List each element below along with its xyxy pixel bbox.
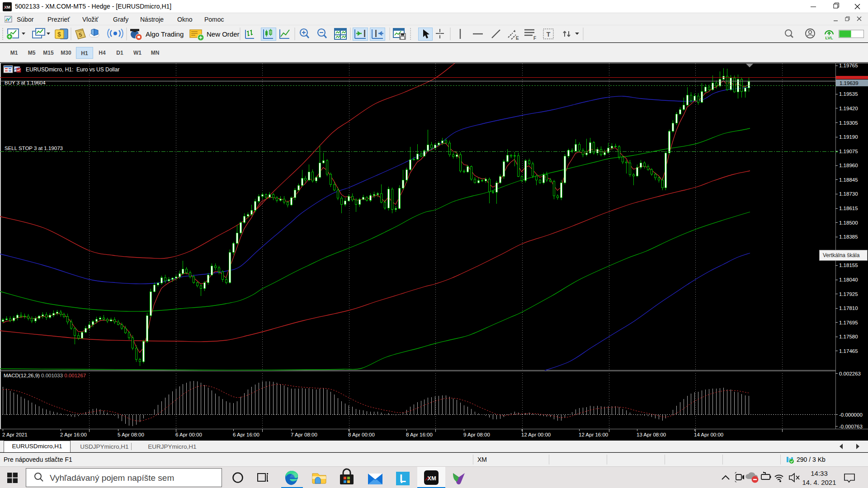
svg-text:LVL: LVL [825, 35, 833, 40]
svg-text:1.19535: 1.19535 [839, 91, 858, 97]
svg-text:L: L [400, 473, 406, 484]
svg-text:1.17580: 1.17580 [839, 334, 858, 339]
svg-text:1.18040: 1.18040 [839, 277, 858, 282]
svg-text:1.18385: 1.18385 [839, 234, 858, 239]
svg-text:0.002263: 0.002263 [839, 371, 861, 376]
svg-text:EURUSDmicro, H1: Euro vs US D: EURUSDmicro, H1: Euro vs US Dollar [26, 66, 119, 73]
svg-text:8 Apr 16:00: 8 Apr 16:00 [406, 432, 433, 437]
svg-text:12 Apr 00:00: 12 Apr 00:00 [521, 432, 551, 437]
svg-text:14:33: 14:33 [811, 469, 828, 477]
svg-text:Algo Trading: Algo Trading [146, 30, 184, 38]
svg-text:-0.000763: -0.000763 [839, 424, 863, 429]
svg-text:1.19420: 1.19420 [839, 106, 858, 111]
svg-text:14. 4. 2021: 14. 4. 2021 [802, 479, 836, 486]
svg-text:Vertkálna škála: Vertkálna škála [823, 252, 860, 258]
svg-text:6 Apr 16:00: 6 Apr 16:00 [233, 432, 259, 437]
svg-text:1.19639: 1.19639 [840, 80, 859, 86]
svg-text:MACD(12,26,9) 0.001033 0.00126: MACD(12,26,9) 0.001033 0.001267 [4, 373, 86, 378]
svg-text:12 Apr 16:00: 12 Apr 16:00 [579, 432, 608, 437]
svg-text:F: F [533, 36, 536, 41]
svg-text:8 Apr 00:00: 8 Apr 00:00 [348, 432, 375, 437]
svg-text:1.19765: 1.19765 [839, 63, 858, 68]
svg-text:1.18615: 1.18615 [839, 206, 858, 211]
svg-text:1.18500: 1.18500 [839, 220, 858, 225]
svg-text:BUY 3 at 1.19604: BUY 3 at 1.19604 [5, 80, 46, 85]
svg-text:13 Apr 08:00: 13 Apr 08:00 [637, 432, 666, 437]
svg-text:5 Apr 08:00: 5 Apr 08:00 [118, 432, 144, 437]
svg-text:1.17465: 1.17465 [839, 348, 858, 354]
svg-text:7 Apr 08:00: 7 Apr 08:00 [291, 432, 317, 437]
svg-text:-0.000000: -0.000000 [839, 412, 863, 418]
svg-text:T: T [547, 31, 551, 38]
svg-text:9 Apr 08:00: 9 Apr 08:00 [463, 432, 490, 437]
svg-text:$: $ [57, 31, 61, 38]
svg-text:1.19305: 1.19305 [839, 120, 858, 126]
svg-text:1.17925: 1.17925 [839, 291, 858, 297]
svg-text:1.18730: 1.18730 [839, 191, 858, 197]
svg-text:14 Apr 00:00: 14 Apr 00:00 [694, 432, 723, 437]
svg-text:1.17695: 1.17695 [839, 320, 858, 325]
svg-text:1.19075: 1.19075 [839, 149, 858, 154]
svg-text:SELL STOP 3 at 1.19073: SELL STOP 3 at 1.19073 [5, 145, 63, 151]
svg-text:New Order: New Order [207, 30, 240, 38]
svg-text:Vyhľadávaný pojem napíšte sem: Vyhľadávaný pojem napíšte sem [50, 473, 174, 483]
svg-text:2 Apr 16:00: 2 Apr 16:00 [60, 432, 87, 437]
svg-text:1.19190: 1.19190 [839, 134, 858, 140]
svg-text:6 Apr 00:00: 6 Apr 00:00 [175, 432, 202, 437]
svg-text:1.18960: 1.18960 [839, 163, 858, 168]
svg-text:1.18155: 1.18155 [839, 263, 858, 268]
svg-text:E: E [516, 36, 519, 41]
svg-text:2 Apr 2021: 2 Apr 2021 [2, 432, 28, 437]
svg-text:1.18845: 1.18845 [839, 177, 858, 183]
svg-text:1.17810: 1.17810 [839, 305, 858, 311]
